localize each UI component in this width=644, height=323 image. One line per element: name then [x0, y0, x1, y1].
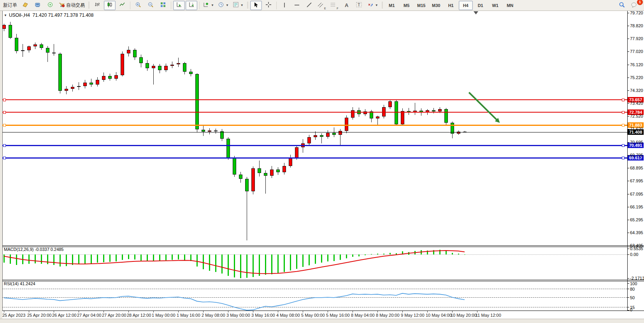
candlestick-button[interactable] — [104, 1, 116, 10]
date-axis-tick — [4, 311, 4, 312]
search-icon — [619, 2, 625, 9]
text-label-button[interactable]: T — [353, 1, 365, 10]
bar-chart-button[interactable] — [91, 1, 103, 10]
periods-button[interactable]: ▼ — [216, 1, 230, 10]
price-tick-label: 78.820 — [630, 23, 643, 28]
date-axis-tick — [427, 311, 428, 312]
new-order-button[interactable]: 新订单 — [2, 1, 19, 10]
cursor-button[interactable] — [250, 1, 262, 10]
macd-histogram-bar — [309, 254, 310, 265]
axis-tick — [627, 103, 629, 104]
horizontal-line[interactable] — [2, 125, 627, 126]
macd-histogram-bar — [284, 254, 285, 272]
date-axis-tick — [452, 311, 453, 312]
new-chart-button[interactable] — [19, 1, 31, 10]
horizontal-line[interactable] — [2, 145, 627, 146]
text-icon: A — [345, 3, 348, 8]
macd-histogram-bar — [358, 254, 360, 256]
profiles-button[interactable] — [32, 1, 44, 10]
equidistant-channel-button[interactable]: E — [316, 1, 328, 10]
line-handle[interactable] — [622, 144, 625, 147]
auto-scroll-button[interactable] — [173, 1, 185, 10]
vertical-line-button[interactable] — [279, 1, 290, 10]
date-label: 27 Apr 04:00 — [77, 313, 101, 318]
date-axis-tick — [203, 311, 204, 312]
arrows-button[interactable]: ▼ — [366, 1, 380, 10]
line-handle[interactable] — [3, 99, 6, 101]
horizontal-line[interactable] — [2, 99, 627, 100]
axis-tick — [627, 155, 629, 155]
line-handle[interactable] — [622, 99, 625, 101]
line-handle[interactable] — [3, 157, 6, 159]
date-axis-tick — [128, 311, 129, 312]
horizontal-line[interactable] — [2, 157, 627, 159]
zoom-in-button[interactable] — [132, 1, 144, 10]
toolbar-right-group: 1 — [616, 1, 640, 10]
macd-histogram-bar — [433, 250, 434, 255]
candle-body — [189, 72, 193, 74]
macd-histogram-bar — [446, 251, 447, 255]
price-tick-label: 71.620 — [630, 127, 643, 131]
timeframe-h1-button[interactable]: H1 — [444, 1, 458, 10]
timeframe-mn-button[interactable]: MN — [503, 1, 517, 10]
date-axis-tick — [153, 311, 154, 312]
search-button[interactable] — [616, 1, 628, 10]
line-chart-button[interactable] — [116, 1, 128, 10]
timeframe-w1-button[interactable]: W1 — [488, 1, 502, 10]
date-label: 26 Apr 12:00 — [52, 313, 76, 318]
fibonacci-button[interactable]: F — [328, 1, 340, 10]
toolbar-grip — [88, 2, 89, 9]
candle-wick — [321, 133, 322, 143]
candle-body — [214, 131, 218, 132]
templates-icon — [233, 2, 239, 9]
timeframe-m1-button[interactable]: M1 — [385, 1, 399, 10]
axis-tick — [627, 51, 629, 52]
line-handle[interactable] — [3, 111, 6, 114]
data-window-button[interactable] — [44, 1, 56, 10]
candle-body — [289, 158, 292, 166]
timeframe-h4-button[interactable]: H4 — [459, 1, 473, 10]
date-axis-tick — [29, 311, 29, 312]
line-handle[interactable] — [622, 124, 625, 127]
horizontal-line-button[interactable] — [291, 1, 303, 10]
indicators-add-icon — [203, 2, 209, 9]
chart-shift-button[interactable] — [186, 1, 197, 10]
axis-tick — [627, 168, 629, 168]
timeframe-m30-button[interactable]: M30 — [429, 1, 443, 10]
indicators-button[interactable]: ▼ — [202, 1, 216, 10]
macd-histogram-bar — [178, 254, 179, 259]
zoom-out-button[interactable] — [145, 1, 156, 10]
macd-histogram-bar — [458, 254, 459, 254]
candlestick-icon — [107, 2, 113, 9]
tile-windows-button[interactable] — [157, 1, 169, 10]
macd-histogram-bar — [277, 254, 279, 273]
axis-tick — [627, 26, 629, 26]
line-handle[interactable] — [3, 144, 6, 147]
current-price[interactable] — [2, 132, 627, 132]
trendline-button[interactable] — [304, 1, 315, 10]
line-handle[interactable] — [3, 124, 6, 127]
templates-button[interactable]: ▼ — [231, 1, 245, 10]
timeframe-d1-button[interactable]: D1 — [474, 1, 488, 10]
text-button[interactable]: A — [341, 1, 353, 10]
axis-tick — [627, 254, 629, 255]
auto-trading-button[interactable]: 自动交易 — [57, 1, 86, 10]
line-handle[interactable] — [622, 157, 625, 159]
timeframe-m15-button[interactable]: M15 — [414, 1, 428, 10]
axis-tick — [627, 297, 629, 298]
candle-body — [351, 110, 354, 117]
axis-tick — [627, 283, 629, 284]
toolbar-grip — [247, 2, 248, 9]
candle-body — [401, 111, 404, 124]
notifications-button[interactable]: 1 — [628, 1, 640, 10]
bar-chart-icon — [94, 2, 100, 9]
crosshair-button[interactable] — [263, 1, 274, 10]
horizontal-line[interactable] — [2, 112, 627, 113]
line-handle[interactable] — [622, 111, 625, 114]
timeframe-m5-button[interactable]: M5 — [400, 1, 414, 10]
axis-tick — [627, 13, 629, 13]
axis-tick — [627, 90, 629, 91]
candle-body — [388, 101, 392, 107]
toolbar-separator — [171, 2, 171, 9]
macd-histogram-bar — [134, 254, 135, 259]
